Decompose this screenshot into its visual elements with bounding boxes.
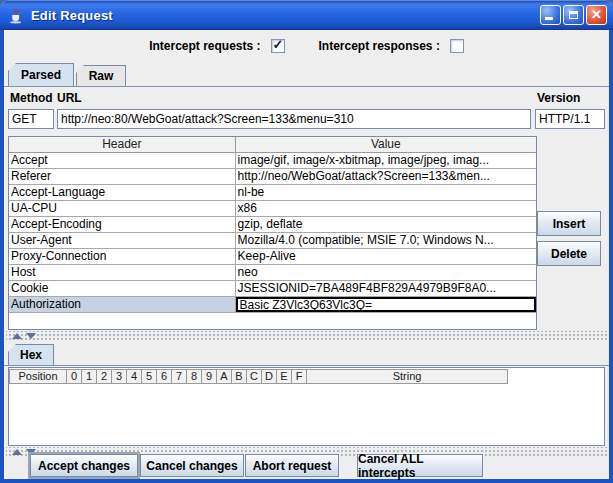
intercept-requests-label: Intercept requests : bbox=[149, 39, 260, 53]
tab-divider-line bbox=[4, 86, 609, 87]
hex-column-digit[interactable]: 7 bbox=[172, 369, 187, 384]
cancel-all-intercepts-button[interactable]: Cancel ALL intercepts bbox=[357, 454, 483, 477]
header-cell[interactable]: Authorization bbox=[9, 297, 236, 312]
table-row[interactable]: Accept-Language nl-be bbox=[9, 185, 536, 201]
headers-table: Header Value Accept image/gif, image/x-x… bbox=[8, 136, 537, 330]
titlebar[interactable]: Edit Request ✕ bbox=[0, 0, 613, 30]
hex-column-string[interactable]: String bbox=[307, 369, 508, 384]
header-cell[interactable]: Referer bbox=[9, 169, 236, 184]
tab-raw[interactable]: Raw bbox=[76, 65, 126, 86]
version-field[interactable]: HTTP/1.1 bbox=[535, 109, 605, 129]
request-line-labels: Method URL Version bbox=[4, 91, 609, 105]
tab-hex[interactable]: Hex bbox=[8, 344, 54, 365]
hex-column-digit[interactable]: 9 bbox=[202, 369, 217, 384]
intercept-requests-checkbox[interactable] bbox=[271, 39, 285, 53]
column-header-header[interactable]: Header bbox=[9, 137, 236, 152]
value-cell[interactable]: http://neo/WebGoat/attack?Screen=133&men… bbox=[236, 169, 536, 184]
hex-column-digit[interactable]: 4 bbox=[127, 369, 142, 384]
abort-request-button[interactable]: Abort request bbox=[245, 454, 339, 477]
method-label: Method bbox=[10, 91, 53, 105]
url-label: URL bbox=[57, 91, 82, 105]
value-cell[interactable]: x86 bbox=[236, 201, 536, 216]
maximize-button[interactable] bbox=[563, 5, 584, 25]
header-cell[interactable]: Accept-Language bbox=[9, 185, 236, 200]
value-cell-editing[interactable]: Basic Z3Vlc3Q63Vlc3Q= bbox=[236, 297, 536, 312]
hex-table-head: Position 0 1 2 3 4 5 6 7 8 9 A B C D E F… bbox=[9, 369, 604, 384]
column-header-value[interactable]: Value bbox=[236, 137, 536, 152]
accept-changes-button[interactable]: Accept changes bbox=[30, 454, 138, 477]
table-row[interactable]: Host neo bbox=[9, 265, 536, 281]
close-button[interactable]: ✕ bbox=[586, 5, 607, 25]
collapse-down-icon[interactable] bbox=[26, 333, 36, 339]
tab-parsed[interactable]: Parsed bbox=[8, 63, 74, 86]
collapse-up-icon[interactable] bbox=[12, 449, 22, 455]
header-cell[interactable]: Host bbox=[9, 265, 236, 280]
hex-column-digit[interactable]: 6 bbox=[157, 369, 172, 384]
hex-column-digit[interactable]: C bbox=[247, 369, 262, 384]
hex-column-position[interactable]: Position bbox=[9, 369, 67, 384]
hex-column-digit[interactable]: 2 bbox=[97, 369, 112, 384]
table-row[interactable]: Proxy-Connection Keep-Alive bbox=[9, 249, 536, 265]
java-coffee-cup-icon bbox=[8, 7, 25, 24]
edit-request-window: Edit Request ✕ Intercept requests : Inte… bbox=[0, 0, 613, 483]
hex-column-digit[interactable]: 8 bbox=[187, 369, 202, 384]
hex-column-digit[interactable]: 3 bbox=[112, 369, 127, 384]
header-cell[interactable]: UA-CPU bbox=[9, 201, 236, 216]
intercept-options-row: Intercept requests : Intercept responses… bbox=[4, 37, 609, 55]
method-field[interactable]: GET bbox=[8, 109, 54, 129]
delete-button[interactable]: Delete bbox=[537, 241, 601, 266]
version-label: Version bbox=[537, 91, 580, 105]
hex-column-digit[interactable]: F bbox=[292, 369, 307, 384]
hex-column-digit[interactable]: B bbox=[232, 369, 247, 384]
collapse-up-icon[interactable] bbox=[12, 333, 22, 339]
header-cell[interactable]: User-Agent bbox=[9, 233, 236, 248]
hex-column-digit[interactable]: 0 bbox=[67, 369, 82, 384]
intercept-responses-checkbox[interactable] bbox=[450, 39, 464, 53]
hex-table: Position 0 1 2 3 4 5 6 7 8 9 A B C D E F… bbox=[8, 367, 605, 446]
hex-column-digit[interactable]: D bbox=[262, 369, 277, 384]
close-icon: ✕ bbox=[587, 6, 606, 24]
table-row[interactable]: Accept image/gif, image/x-xbitmap, image… bbox=[9, 153, 536, 169]
value-cell[interactable]: nl-be bbox=[236, 185, 536, 200]
hex-tab-divider-line bbox=[4, 365, 609, 366]
intercept-responses-label: Intercept responses : bbox=[319, 39, 440, 53]
value-cell[interactable]: Mozilla/4.0 (compatible; MSIE 7.0; Windo… bbox=[236, 233, 536, 248]
table-row[interactable]: Referer http://neo/WebGoat/attack?Screen… bbox=[9, 169, 536, 185]
hex-column-digit[interactable]: 1 bbox=[82, 369, 97, 384]
value-cell[interactable]: neo bbox=[236, 265, 536, 280]
value-cell[interactable]: Keep-Alive bbox=[236, 249, 536, 264]
window-title: Edit Request bbox=[31, 8, 113, 23]
split-divider[interactable] bbox=[6, 331, 607, 340]
header-cell[interactable]: Accept bbox=[9, 153, 236, 168]
header-cell[interactable]: Cookie bbox=[9, 281, 236, 296]
hex-column-digit[interactable]: 5 bbox=[142, 369, 157, 384]
headers-table-head: Header Value bbox=[9, 137, 536, 153]
header-cell[interactable]: Proxy-Connection bbox=[9, 249, 236, 264]
maximize-icon bbox=[569, 11, 578, 19]
table-row[interactable]: Accept-Encoding gzip, deflate bbox=[9, 217, 536, 233]
value-cell[interactable]: gzip, deflate bbox=[236, 217, 536, 232]
url-field[interactable]: http://neo:80/WebGoat/attack?Screen=133&… bbox=[57, 109, 531, 129]
table-row[interactable]: UA-CPU x86 bbox=[9, 201, 536, 217]
insert-button[interactable]: Insert bbox=[537, 211, 601, 236]
value-cell[interactable]: JSESSIONID=7BA489F4BF829A4979B9F8A0... bbox=[236, 281, 536, 296]
header-cell[interactable]: Accept-Encoding bbox=[9, 217, 236, 232]
value-cell[interactable]: image/gif, image/x-xbitmap, image/jpeg, … bbox=[236, 153, 536, 168]
hex-column-digit[interactable]: A bbox=[217, 369, 232, 384]
window-content: Intercept requests : Intercept responses… bbox=[4, 30, 609, 479]
minimize-button[interactable] bbox=[540, 5, 561, 25]
cancel-changes-button[interactable]: Cancel changes bbox=[140, 454, 244, 477]
hex-column-digit[interactable]: E bbox=[277, 369, 292, 384]
table-row[interactable]: Cookie JSESSIONID=7BA489F4BF829A4979B9F8… bbox=[9, 281, 536, 297]
table-row[interactable]: User-Agent Mozilla/4.0 (compatible; MSIE… bbox=[9, 233, 536, 249]
table-row-selected[interactable]: Authorization Basic Z3Vlc3Q63Vlc3Q= bbox=[9, 297, 536, 313]
minimize-icon bbox=[545, 17, 553, 20]
